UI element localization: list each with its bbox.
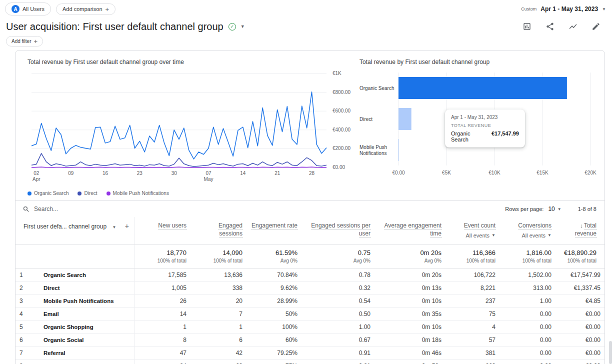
row-index: 4 <box>16 308 40 320</box>
table-search <box>22 206 144 213</box>
chart-tooltip: Apr 1 - May 31, 2023 TOTAL REVENUE Organ… <box>445 110 525 148</box>
insights-icon[interactable] <box>568 22 578 32</box>
title-caret-down-icon[interactable]: ▼ <box>240 24 245 29</box>
caret-down-icon: ▼ <box>492 233 496 238</box>
report-card: Total revenue by First user default chan… <box>15 50 605 364</box>
rows-per-page-label: Rows per page: <box>505 206 544 212</box>
dimension-header[interactable]: First user defa... channel group ▼ + <box>16 217 134 245</box>
bar-chart-title: Total revenue by First user default chan… <box>360 58 598 68</box>
column-header-average-engagement-time[interactable]: Average engagement time <box>374 217 446 245</box>
metric-value: 14 <box>134 308 190 320</box>
revenue-over-time-line-chart[interactable]: €0.00€200.00€400.00€600.00€800.00€1K02Ap… <box>28 68 360 188</box>
acquisition-table: First user defa... channel group ▼ + New… <box>16 217 604 364</box>
totals-cell: 1,816.00100% of total <box>500 245 556 268</box>
table-row[interactable]: 3Mobile Push Notifications262028.99%0.54… <box>16 294 604 308</box>
caret-down-icon[interactable]: ▼ <box>112 225 116 230</box>
add-secondary-dimension-icon[interactable]: + <box>125 222 129 230</box>
table-row[interactable]: 1Organic Search17,58513,63670.84%0.780m … <box>16 268 604 282</box>
column-label: Engaged sessions <box>218 222 242 238</box>
metric-value: 1 <box>134 320 190 334</box>
metric-value: 69 <box>190 360 246 364</box>
date-range-picker[interactable]: Custom Apr 1 - May 31, 2023 ▼ <box>521 6 606 12</box>
all-users-chip[interactable]: A All Users <box>5 2 51 16</box>
add-filter-chip[interactable]: Add filter + <box>6 36 43 46</box>
metric-value: 47 <box>134 346 190 360</box>
add-comparison-chip[interactable]: Add comparison + <box>56 4 116 15</box>
table-row[interactable]: 2Direct1,0053389.62%0.320m 13s8,221313.0… <box>16 282 604 294</box>
metric-value: 17,585 <box>134 268 190 282</box>
table-row[interactable]: 7Referral474279.25%0.910m 46s3810.00€0.0… <box>16 346 604 360</box>
channel-name: Mobile Push Notifications <box>40 294 134 308</box>
data-table-section: Rows per page: 10 ▼ 1-8 of 8 First user … <box>16 200 604 364</box>
svg-text:21: 21 <box>274 170 280 176</box>
metric-value: 60% <box>246 334 302 346</box>
channel-name: Organic Social <box>40 334 134 346</box>
legend-item-organic-search[interactable]: Organic Search <box>28 190 68 196</box>
share-icon[interactable] <box>545 22 555 32</box>
metric-value: 0.00 <box>500 346 556 360</box>
metric-value: 0m 10s <box>374 294 446 308</box>
svg-text:14: 14 <box>240 170 246 176</box>
column-header-new-users[interactable]: New users <box>134 217 190 245</box>
metric-value: €4.85 <box>556 294 604 308</box>
row-index: 7 <box>16 346 40 360</box>
totals-spacer <box>16 245 134 268</box>
svg-text:€400.00: €400.00 <box>332 127 351 132</box>
svg-text:€0.00: €0.00 <box>392 170 404 176</box>
column-header-engaged-sessions-per-user[interactable]: Engaged sessions per user <box>302 217 374 245</box>
channel-name: Organic Shopping <box>40 320 134 334</box>
legend-item-mobile-push[interactable]: Mobile Push Notifications <box>106 190 169 196</box>
rows-per-page-value: 10 <box>548 206 554 212</box>
table-row[interactable]: 8Unassigned846975%0.810m 56s6690.00€0.00 <box>16 360 604 364</box>
column-header-conversions[interactable]: Conversions All events▼ <box>500 217 556 245</box>
table-row[interactable]: 5Organic Shopping11100%1.000m 10s40.00€0… <box>16 320 604 334</box>
metric-value: 50% <box>246 308 302 320</box>
metric-value: €0.00 <box>556 346 604 360</box>
row-index: 3 <box>16 294 40 308</box>
sort-descending-icon: ↓ <box>580 222 583 228</box>
metric-value: €1,337.45 <box>556 282 604 294</box>
vertical-scrollbar[interactable] <box>609 341 612 364</box>
caret-down-icon: ▼ <box>558 207 562 212</box>
metric-value: 8 <box>134 334 190 346</box>
svg-text:28: 28 <box>309 170 315 176</box>
svg-text:09: 09 <box>68 170 74 176</box>
metric-value: 0.67 <box>302 334 374 346</box>
svg-text:Direct: Direct <box>360 116 372 122</box>
totals-cell: 14,090100% of total <box>190 245 246 268</box>
svg-text:02: 02 <box>34 170 40 176</box>
conversions-events-dropdown[interactable]: All events▼ <box>504 232 552 240</box>
edit-comparisons-icon[interactable] <box>522 22 532 32</box>
totals-cell: 0m 20sAvg 0% <box>374 245 446 268</box>
column-header-event-count[interactable]: Event count All events▼ <box>446 217 500 245</box>
column-label: Event count <box>464 222 496 230</box>
row-index: 5 <box>16 320 40 334</box>
rows-per-page-select[interactable]: 10 ▼ <box>547 205 562 213</box>
users-avatar-icon: A <box>12 5 20 13</box>
legend-item-direct[interactable]: Direct <box>78 190 97 196</box>
plus-icon: + <box>106 6 110 12</box>
metric-value: 13,636 <box>190 268 246 282</box>
search-input[interactable] <box>34 206 144 212</box>
event-count-events-dropdown[interactable]: All events▼ <box>450 232 496 240</box>
column-header-engagement-rate[interactable]: Engagement rate <box>246 217 302 245</box>
svg-text:€200.00: €200.00 <box>332 146 351 151</box>
totals-cell: 116,366100% of total <box>446 245 500 268</box>
data-quality-check-icon[interactable]: ✓ <box>228 23 236 30</box>
chart-legend: Organic Search Direct Mobile Push Notifi… <box>28 190 360 196</box>
table-row[interactable]: 6Organic Social8660%0.670m 18s570.00€0.0… <box>16 334 604 346</box>
column-header-total-revenue[interactable]: ↓Total revenue <box>556 217 604 245</box>
metric-value: 7 <box>190 308 246 320</box>
column-header-engaged-sessions[interactable]: Engaged sessions <box>190 217 246 245</box>
svg-text:€1K: €1K <box>332 70 342 76</box>
customize-report-icon[interactable] <box>591 22 601 32</box>
tooltip-date-range: Apr 1 - May 31, 2023 <box>451 114 519 120</box>
channel-name: Unassigned <box>40 360 134 364</box>
line-chart-title: Total revenue by First user default chan… <box>28 58 360 68</box>
metric-value: 237 <box>446 294 500 308</box>
report-action-icons <box>522 22 601 32</box>
svg-text:€800.00: €800.00 <box>332 90 351 95</box>
caret-down-icon: ▼ <box>548 233 552 238</box>
table-row[interactable]: 4Email14750%0.500m 35s750.00€0.00 <box>16 308 604 320</box>
metric-value: €0.00 <box>556 360 604 364</box>
